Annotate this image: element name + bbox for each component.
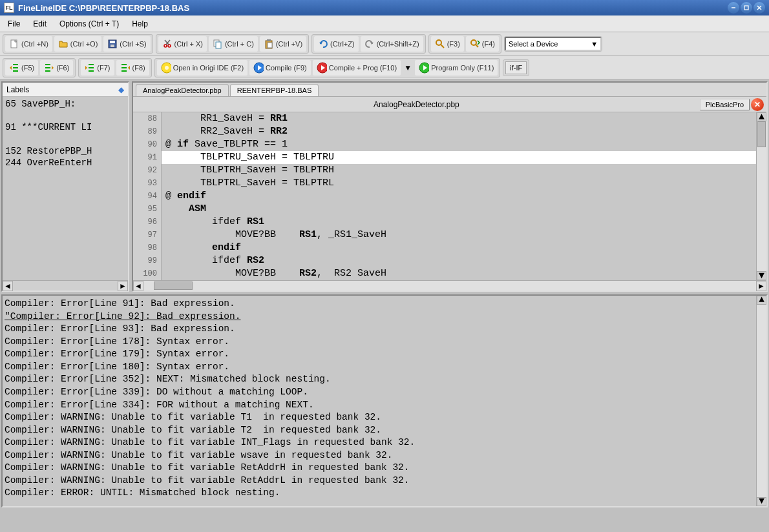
close-button[interactable]	[753, 2, 765, 14]
code-line[interactable]: MOVE?BB RS1, _RS1_SaveH	[162, 229, 756, 241]
program-only-button[interactable]: Program Only (F11)	[415, 60, 498, 76]
window-controls	[728, 2, 765, 14]
menu-file[interactable]: File	[3, 17, 25, 31]
minimize-button[interactable]	[728, 2, 739, 14]
cut-button[interactable]: (Ctrl + X)	[158, 36, 207, 52]
code-line[interactable]: @ endif	[162, 190, 756, 203]
save-button[interactable]: (Ctrl +S)	[103, 36, 150, 52]
undo-button[interactable]: (Ctrl+Z)	[314, 36, 359, 52]
output-line[interactable]: Compiler: Error[Line 339]: DO without a …	[5, 386, 764, 399]
code-line[interactable]: MOVE?BB RS2, RS2 SaveH	[162, 267, 756, 280]
output-line[interactable]: Compiler: Error[Line 178]: Syntax error.	[5, 336, 764, 349]
paste-button[interactable]: (Ctrl +V)	[260, 36, 306, 52]
app-icon: FL	[4, 3, 14, 13]
labels-hscrollbar[interactable]: ◄ ►	[3, 280, 128, 291]
labels-line[interactable]: 65 SavePBP_H:	[5, 98, 125, 110]
menu-options[interactable]: Options (Ctrl + T)	[54, 17, 124, 31]
find-next-button[interactable]: (F4)	[466, 36, 499, 52]
output-vscrollbar[interactable]: ▲▼	[756, 296, 766, 506]
code-line[interactable]: @ if Save_TBLPTR == 1	[162, 138, 756, 151]
compile-prog-button[interactable]: Compile + Prog (F10)	[313, 60, 401, 76]
output-line[interactable]: Compiler: Error[Line 91]: Bad expression…	[5, 298, 764, 311]
editor-vscrollbar[interactable]: ▲ ▼	[756, 112, 766, 280]
code-line[interactable]: ifdef RS2	[162, 254, 756, 267]
output-line[interactable]: "Compiler: Error[Line 92]: Bad expressio…	[5, 311, 764, 323]
scroll-up-icon[interactable]: ▲	[757, 296, 766, 305]
close-doc-button[interactable]: ✕	[751, 98, 764, 111]
indent-block-button[interactable]: (F6)	[40, 60, 73, 76]
chevron-down-icon[interactable]: ▼	[403, 63, 413, 73]
open-button[interactable]: (Ctrl +O)	[54, 36, 101, 52]
output-line[interactable]: Compiler: WARNING: Unable to fit variabl…	[5, 462, 764, 475]
output-line[interactable]: Compiler: WARNING: Unable to fit variabl…	[5, 411, 764, 424]
code-line[interactable]: endif	[162, 241, 756, 254]
menu-edit[interactable]: Edit	[28, 17, 52, 31]
scroll-down-icon[interactable]: ▼	[757, 497, 766, 506]
output-line[interactable]: Compiler: Error[Line 334]: FOR without a…	[5, 399, 764, 412]
language-button[interactable]: PicBasicPro	[700, 99, 750, 110]
uncomment-button[interactable]: (F8)	[116, 60, 149, 76]
hscroll-thumb[interactable]	[154, 281, 193, 290]
output-line[interactable]: Compiler: WARNING: Unable to fit variabl…	[5, 449, 764, 462]
scroll-left-icon[interactable]: ◄	[3, 281, 13, 291]
labels-list[interactable]: 65 SavePBP_H: 91 ***CURRENT LI 152 Resto…	[3, 97, 128, 280]
svg-rect-15	[267, 39, 271, 41]
labels-line[interactable]	[5, 110, 125, 121]
copy-button[interactable]: (Ctrl + C)	[209, 36, 258, 52]
indent-icon	[44, 63, 54, 73]
new-button[interactable]: (Ctrl +N)	[5, 36, 52, 52]
svg-point-17	[436, 40, 441, 45]
svg-rect-6	[110, 41, 115, 43]
maximize-button[interactable]	[741, 2, 752, 14]
scroll-right-icon[interactable]: ►	[756, 281, 766, 291]
title-bar: FL FineLineIDE C:\PBP\REENTERPBP-18.BAS	[0, 0, 769, 15]
labels-line[interactable]: 91 ***CURRENT LI	[5, 121, 125, 133]
labels-line[interactable]: 244 OverReEnterH	[5, 157, 125, 169]
editor-hscrollbar[interactable]: ◄ ►	[133, 280, 766, 291]
code-line[interactable]: TBLPTRL_SaveH = TBLPTRL	[162, 177, 756, 190]
output-line[interactable]: Compiler: WARNING: Unable to fit variabl…	[5, 424, 764, 437]
output-line[interactable]: Compiler: ERROR: UNTIL: Mismatched block…	[5, 487, 764, 500]
toolbar-row-1: (Ctrl +N) (Ctrl +O) (Ctrl +S) (Ctrl + X)…	[0, 32, 769, 56]
open-origi-ide-button[interactable]: Open in Origi IDE (F2)	[157, 60, 248, 76]
scroll-left-icon[interactable]: ◄	[133, 281, 143, 291]
code-editor[interactable]: 888990919293949596979899100 RR1_SaveH = …	[133, 112, 766, 280]
redo-button[interactable]: (Ctrl+Shift+Z)	[361, 36, 423, 52]
scroll-right-icon[interactable]: ►	[118, 281, 128, 291]
output-line[interactable]: Compiler: WARNING: Unable to fit variabl…	[5, 436, 764, 449]
output-line[interactable]: Compiler: Error[Line 352]: NEXT: Mismatc…	[5, 373, 764, 386]
code-line[interactable]: TBLPTRU_SaveH = TBLPTRU	[162, 151, 756, 164]
redo-icon	[364, 39, 375, 49]
labels-line[interactable]	[5, 134, 125, 145]
code-content[interactable]: RR1_SaveH = RR1 RR2_SaveH = RR2@ if Save…	[162, 112, 756, 280]
new-file-icon	[9, 39, 19, 49]
scroll-down-icon[interactable]: ▼	[757, 271, 766, 280]
code-line[interactable]: TBLPTRH_SaveH = TBLPTRH	[162, 164, 756, 177]
menu-help[interactable]: Help	[127, 17, 153, 31]
vscroll-thumb[interactable]	[757, 121, 766, 147]
tab-reenterpbp[interactable]: REENTERPBP-18.BAS	[230, 84, 319, 96]
device-select[interactable]: Select a Device ▼	[505, 37, 602, 51]
output-line[interactable]: Compiler: Error[Line 180]: Syntax error.	[5, 361, 764, 374]
output-line[interactable]: Compiler: Error[Line 179]: Syntax error.	[5, 348, 764, 361]
code-line[interactable]: ifdef RS1	[162, 216, 756, 229]
comment-button[interactable]: (F7)	[81, 60, 114, 76]
tab-analogpeak[interactable]: AnalogPeakDetector.pbp	[136, 84, 229, 96]
line-gutter: 888990919293949596979899100	[133, 112, 162, 280]
output-panel[interactable]: Compiler: Error[Line 91]: Bad expression…	[1, 294, 768, 507]
undo-icon	[318, 39, 328, 49]
outdent-block-button[interactable]: (F5)	[5, 60, 38, 76]
play-red-icon	[317, 63, 327, 73]
code-line[interactable]: RR2_SaveH = RR2	[162, 125, 756, 138]
find-button[interactable]: (F3)	[431, 36, 464, 52]
output-line[interactable]: Compiler: WARNING: Unable to fit variabl…	[5, 475, 764, 487]
code-line[interactable]: RR1_SaveH = RR1	[162, 112, 756, 125]
scroll-up-icon[interactable]: ▲	[757, 112, 766, 121]
compile-button[interactable]: Compile (F9)	[249, 60, 311, 76]
code-line[interactable]: ASM	[162, 203, 756, 216]
output-line[interactable]: Compiler: Error[Line 93]: Bad expression…	[5, 323, 764, 336]
labels-line[interactable]: 152 RestorePBP_H	[5, 145, 125, 157]
labels-header[interactable]: Labels ◆	[3, 83, 128, 97]
title-text: FineLineIDE C:\PBP\REENTERPBP-18.BAS	[18, 3, 728, 13]
svg-point-19	[471, 40, 476, 45]
